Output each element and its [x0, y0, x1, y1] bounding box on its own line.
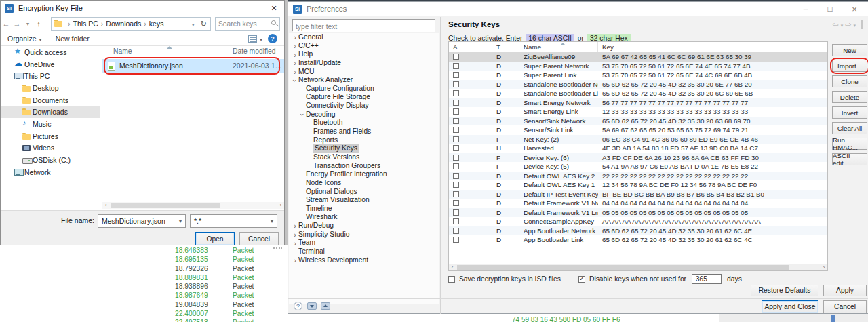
activate-checkbox[interactable] [453, 90, 459, 96]
tree-item[interactable]: Bluetooth [289, 119, 439, 127]
scroll-left-icon[interactable]: ‹ [102, 202, 109, 209]
disable-keys-checkbox[interactable] [578, 276, 585, 283]
scrollbar-thumb[interactable] [111, 203, 220, 208]
key-action-button[interactable]: Clear All [832, 122, 867, 134]
tree-item[interactable]: Node Icons [289, 179, 439, 188]
panel-divider[interactable] [440, 17, 441, 314]
tree-item[interactable]: › General [289, 33, 439, 42]
col-name[interactable]: Name [519, 42, 598, 52]
sidebar-item[interactable]: Network [1, 166, 100, 178]
column-divider[interactable] [229, 48, 229, 57]
activate-checkbox[interactable] [453, 155, 459, 161]
sidebar-item[interactable]: Videos [1, 142, 100, 155]
key-action-button[interactable]: Import... [832, 60, 867, 72]
sidebar-item[interactable]: Documents [1, 94, 100, 106]
sidebar-item[interactable]: OneDrive [1, 58, 100, 71]
key-action-button[interactable]: Delete [832, 91, 867, 103]
cancel-button[interactable]: Cancel [823, 300, 867, 313]
sidebar-item[interactable]: Music [1, 118, 100, 130]
key-row[interactable]: D Smart Energy Network 56 77 77 77 77 77… [449, 98, 827, 108]
key-action-button[interactable]: Run HMAC... [832, 138, 867, 150]
tree-item[interactable]: › Decoding [289, 110, 439, 119]
name-column-header[interactable]: Name [113, 47, 132, 55]
sidebar-item[interactable]: Downloads [1, 106, 100, 118]
key-row[interactable]: F Net Key: (2) 06 EC 38 C4 91 4C 36 06 6… [449, 135, 827, 144]
activate-checkbox[interactable] [453, 81, 459, 87]
chevron-down-icon[interactable] [851, 20, 858, 28]
nav-forward-icon[interactable] [845, 20, 851, 29]
tree-item[interactable]: › Run/Debug [289, 222, 439, 230]
history-dropdown-icon[interactable]: ▾ [22, 21, 33, 27]
key-row[interactable]: D Smart Energy Link 12 33 33 33 33 33 33… [449, 107, 827, 117]
save-keys-checkbox[interactable] [448, 276, 455, 283]
key-row[interactable]: F Device Key: (5) 54 A1 9A A8 97 C6 E0 A… [449, 162, 827, 172]
sidebar-item[interactable]: OSDisk (C:) [1, 154, 100, 166]
sidebar-item[interactable]: Quick access [1, 46, 100, 58]
tree-item[interactable]: › Network Analyzer [289, 76, 439, 85]
activate-checkbox[interactable] [453, 54, 459, 60]
packet-row[interactable]: 18.646383 Packet [156, 246, 285, 255]
packet-row[interactable]: 19.084839 Packet [156, 300, 285, 309]
new-folder-button[interactable]: New folder [49, 35, 96, 43]
tree-expand-icon[interactable]: › [292, 231, 298, 238]
chevron-down-icon[interactable] [839, 20, 846, 28]
activate-checkbox[interactable] [453, 100, 459, 106]
tree-expand-icon[interactable]: › [292, 240, 298, 247]
key-row[interactable]: D Default OWL AES Key 1 12 34 56 78 9A B… [449, 180, 827, 190]
tree-item[interactable]: Connectivity Display [289, 102, 439, 110]
address-dropdown-icon[interactable] [189, 20, 197, 28]
key-row[interactable]: D Standalone Bootloader Link 65 6D 62 65… [449, 89, 827, 98]
packet-row[interactable]: 22.497513 Packet [156, 318, 285, 322]
col-key[interactable]: Key [598, 42, 826, 52]
activate-checkbox[interactable] [453, 118, 459, 124]
activate-checkbox[interactable] [453, 136, 459, 142]
file-type-combobox[interactable]: *.* [190, 214, 277, 228]
tree-expand-icon[interactable]: › [292, 34, 298, 41]
view-list-icon[interactable] [248, 35, 257, 43]
activate-checkbox[interactable] [453, 191, 459, 197]
key-row[interactable]: D ZigBeeAlliance09 5A 69 67 42 65 65 41 … [449, 52, 827, 62]
open-button[interactable]: Open [195, 232, 235, 245]
tree-expand-icon[interactable]: › [292, 60, 298, 66]
tree-item[interactable]: › Install/Update [289, 59, 439, 68]
key-row[interactable]: F Device Key: (6) A3 FD CF DE 6A 26 10 2… [449, 153, 827, 163]
sidebar-item[interactable]: Pictures [1, 130, 100, 142]
view-dropdown-icon[interactable] [258, 35, 268, 43]
breadcrumb-segment[interactable]: keys [141, 20, 163, 28]
help-icon[interactable]: ? [268, 34, 277, 43]
packet-row[interactable]: 18.987649 Packet [156, 291, 285, 300]
activate-checkbox[interactable] [453, 182, 459, 188]
key-row[interactable]: D Default OWL AES Key 2 22 22 22 22 22 2… [449, 172, 827, 181]
cancel-button[interactable]: Cancel [239, 232, 279, 245]
table-hscrollbar[interactable]: ‹ › [448, 264, 828, 271]
tree-item[interactable]: Frames and Fields [289, 127, 439, 136]
key-action-button[interactable]: ASCII edit... [832, 153, 867, 165]
scrollbar-thumb[interactable] [457, 265, 789, 270]
activate-checkbox[interactable] [453, 127, 459, 133]
tree-expand-icon[interactable]: › [292, 77, 298, 84]
days-input[interactable]: 365 [692, 274, 722, 284]
sidebar-item[interactable]: Desktop [1, 82, 100, 94]
activate-checkbox[interactable] [453, 228, 459, 234]
import-preferences-icon[interactable] [307, 302, 317, 310]
col-type[interactable]: T [492, 42, 519, 52]
key-row[interactable]: D App Bootloader Link 65 6D 62 65 72 20 … [449, 235, 827, 245]
restore-defaults-button[interactable]: Restore Defaults [751, 285, 818, 296]
tree-expand-icon[interactable]: › [299, 111, 306, 118]
activate-checkbox[interactable] [453, 218, 459, 224]
back-icon[interactable]: ← [1, 20, 12, 28]
tree-item[interactable]: › Wireless Development [289, 256, 439, 265]
search-input[interactable] [218, 18, 269, 29]
scroll-right-icon[interactable]: › [277, 202, 284, 209]
activate-checkbox[interactable] [453, 173, 459, 179]
key-row[interactable]: H Harvested 4E 3D AB 1A 54 83 18 FD 57 A… [449, 144, 827, 153]
packet-row[interactable]: 22.400007 Packet [156, 309, 285, 318]
tree-item[interactable]: Transaction Groupers [289, 162, 439, 171]
key-row[interactable]: D Super Parent Link 53 75 70 65 72 50 61… [449, 71, 827, 80]
maximize-icon[interactable] [818, 2, 842, 16]
tree-item[interactable]: Reports [289, 136, 439, 145]
activate-checkbox[interactable] [453, 200, 459, 206]
apply-and-close-button[interactable]: Apply and Close [762, 300, 818, 313]
activate-checkbox[interactable] [453, 209, 459, 216]
tree-item[interactable]: › Team [289, 239, 439, 247]
